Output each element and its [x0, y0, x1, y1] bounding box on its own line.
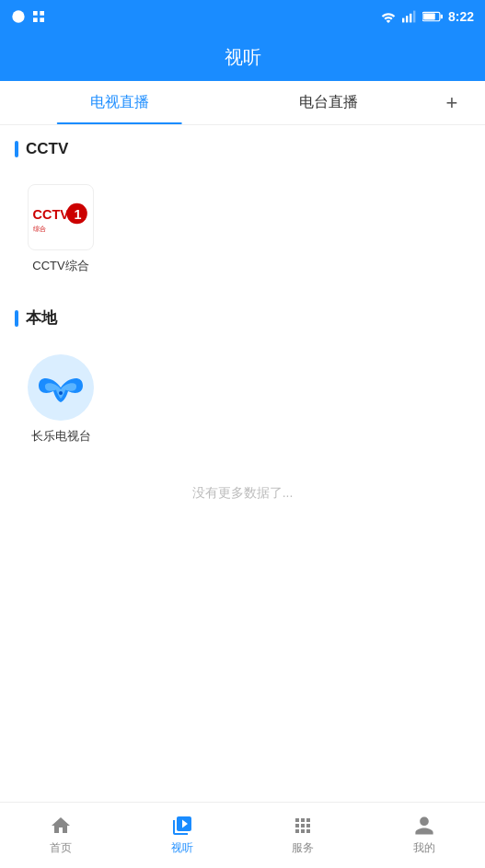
svg-rect-11: [441, 15, 443, 19]
svg-rect-8: [413, 11, 415, 23]
header: 视听: [0, 33, 485, 81]
status-bar-left-icons: [11, 9, 46, 24]
nav-item-services[interactable]: 服务: [243, 803, 364, 868]
nav-item-mine[interactable]: 我的: [364, 803, 485, 868]
changle-svg: [28, 354, 94, 421]
cctv-channel-grid: CCTV 1 综合 CCTV综合: [0, 166, 485, 293]
battery-icon: [422, 11, 443, 22]
header-title: 视听: [225, 45, 261, 70]
changle-name: 长乐电视台: [31, 428, 91, 445]
cctv1-svg: CCTV 1 综合: [31, 199, 90, 236]
svg-rect-2: [40, 11, 44, 16]
svg-text:综合: 综合: [33, 225, 46, 233]
svg-rect-4: [40, 17, 44, 22]
section-bar-cctv: [15, 141, 18, 157]
tab-radio[interactable]: 电台直播: [225, 81, 434, 124]
cctv1-name: CCTV综合: [32, 258, 88, 274]
channel-item-cctv1[interactable]: CCTV 1 综合 CCTV综合: [15, 173, 107, 285]
android-icon: [11, 9, 26, 24]
local-channel-grid: 长乐电视台: [0, 336, 485, 463]
svg-rect-7: [410, 14, 411, 23]
tab-tv[interactable]: 电视直播: [15, 81, 225, 124]
home-icon: [50, 815, 72, 837]
nav-label-media: 视听: [171, 840, 193, 856]
status-bar-right-icons: 8:22: [380, 9, 474, 24]
cctv1-logo: CCTV 1 综合: [28, 184, 94, 250]
nav-item-media[interactable]: 视听: [121, 803, 243, 868]
person-icon: [413, 815, 435, 837]
tabs-bar: 电视直播 电台直播 +: [0, 81, 485, 125]
svg-rect-6: [406, 16, 408, 22]
svg-rect-10: [423, 13, 435, 19]
nav-label-services: 服务: [292, 840, 314, 856]
main-content: 电视直播 电台直播 + CCTV CCTV: [0, 81, 485, 868]
section-cctv-header: CCTV: [0, 125, 485, 166]
bottom-nav: 首页 视听 服务 我的: [0, 802, 485, 868]
svg-rect-5: [402, 18, 404, 23]
section-local-header: 本地: [0, 293, 485, 336]
svg-rect-1: [33, 11, 38, 16]
nav-item-home[interactable]: 首页: [0, 803, 121, 868]
svg-text:CCTV: CCTV: [33, 207, 70, 222]
svg-point-0: [12, 10, 24, 22]
services-icon: [292, 815, 314, 837]
content-area: CCTV CCTV 1 综合 CCTV综合: [0, 125, 485, 868]
wifi-icon: [380, 10, 397, 23]
status-bar: 8:22: [0, 0, 485, 33]
nav-label-home: 首页: [50, 840, 72, 856]
svg-rect-3: [33, 17, 38, 22]
media-icon: [171, 815, 193, 837]
channel-item-changle[interactable]: 长乐电视台: [15, 343, 107, 456]
section-bar-local: [15, 310, 18, 327]
app-icon: [31, 9, 46, 24]
svg-text:1: 1: [74, 207, 81, 222]
status-time: 8:22: [448, 9, 474, 24]
nav-label-mine: 我的: [413, 840, 435, 856]
changle-logo: [28, 354, 94, 421]
tab-add-button[interactable]: +: [433, 91, 470, 115]
signal-icon: [402, 10, 417, 23]
svg-point-17: [59, 391, 63, 395]
no-more-text: 没有更多数据了...: [0, 463, 485, 524]
